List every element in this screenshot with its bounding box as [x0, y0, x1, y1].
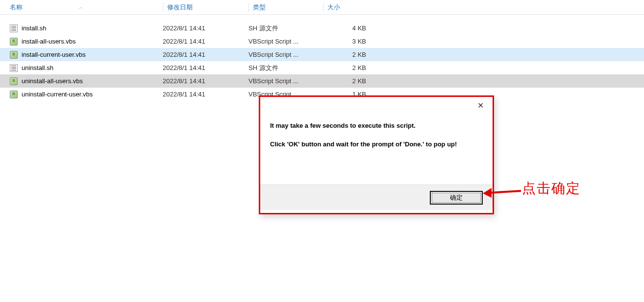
- file-date-cell: 2022/8/1 14:41: [163, 77, 248, 85]
- column-label: 修改日期: [167, 3, 193, 12]
- sh-file-icon: [10, 64, 18, 72]
- file-size-cell: 3 KB: [323, 38, 374, 45]
- file-date-cell: 2022/8/1 14:41: [163, 24, 248, 32]
- file-name-cell: uninstall-all-users.vbs: [10, 77, 163, 85]
- file-type-cell: VBScript Script ...: [248, 38, 323, 45]
- vbs-file-icon: [10, 51, 18, 59]
- column-header-size[interactable]: 大小: [323, 3, 374, 12]
- file-name-cell: uninstall-current-user.vbs: [10, 91, 163, 98]
- svg-marker-1: [483, 188, 492, 198]
- file-row[interactable]: install.sh2022/8/1 14:41SH 源文件4 KB: [0, 22, 644, 35]
- file-type-cell: VBScript Script ...: [248, 77, 323, 85]
- file-name-text: uninstall.sh: [22, 64, 53, 71]
- file-type-cell: SH 源文件: [248, 64, 323, 72]
- file-name-text: uninstall-all-users.vbs: [22, 77, 83, 85]
- file-name-cell: install-all-users.vbs: [10, 38, 163, 46]
- svg-line-0: [489, 191, 521, 193]
- vbs-file-icon: [10, 91, 18, 98]
- file-date-cell: 2022/8/1 14:41: [163, 64, 248, 71]
- vbs-file-icon: [10, 77, 18, 85]
- file-row[interactable]: uninstall.sh2022/8/1 14:41SH 源文件2 KB: [0, 61, 644, 74]
- dialog-footer: 确定: [260, 185, 493, 210]
- file-date-cell: 2022/8/1 14:41: [163, 38, 248, 45]
- file-type-cell: VBScript Script ...: [248, 51, 323, 58]
- column-header-name[interactable]: 名称 ︿: [10, 3, 163, 12]
- column-header-row: 名称 ︿ 修改日期 类型 大小: [0, 0, 644, 15]
- file-name-text: install.sh: [22, 24, 47, 32]
- file-name-cell: install-current-user.vbs: [10, 51, 163, 59]
- annotation-callout: 点击确定: [522, 179, 581, 198]
- file-name-text: install-all-users.vbs: [22, 38, 76, 45]
- dialog-body: It may take a few seconds to execute thi…: [260, 114, 493, 185]
- file-size-cell: 4 KB: [323, 24, 374, 32]
- annotation-arrow-icon: [483, 181, 522, 201]
- file-name-text: uninstall-current-user.vbs: [22, 91, 93, 98]
- file-row[interactable]: install-current-user.vbs2022/8/1 14:41VB…: [0, 48, 644, 61]
- message-dialog: ✕ It may take a few seconds to execute t…: [259, 95, 494, 214]
- file-date-cell: 2022/8/1 14:41: [163, 91, 248, 98]
- close-icon[interactable]: ✕: [474, 100, 487, 111]
- dialog-text-line1: It may take a few seconds to execute thi…: [270, 121, 483, 130]
- file-name-cell: uninstall.sh: [10, 64, 163, 72]
- column-label: 大小: [327, 3, 340, 12]
- file-size-cell: 2 KB: [323, 51, 374, 58]
- column-header-date[interactable]: 修改日期: [163, 3, 248, 12]
- file-size-cell: 2 KB: [323, 77, 374, 85]
- ok-button[interactable]: 确定: [430, 191, 483, 205]
- file-list: install.sh2022/8/1 14:41SH 源文件4 KBinstal…: [0, 15, 644, 101]
- dialog-text-line2: Click 'OK' button and wait for the promp…: [270, 140, 483, 149]
- column-label: 类型: [253, 3, 266, 12]
- sh-file-icon: [10, 24, 18, 32]
- file-row[interactable]: install-all-users.vbs2022/8/1 14:41VBScr…: [0, 35, 644, 48]
- file-name-text: install-current-user.vbs: [22, 51, 86, 58]
- file-size-cell: 2 KB: [323, 64, 374, 71]
- file-name-cell: install.sh: [10, 24, 163, 32]
- column-label: 名称: [10, 3, 23, 12]
- file-type-cell: SH 源文件: [248, 24, 323, 33]
- file-row[interactable]: uninstall-all-users.vbs2022/8/1 14:41VBS…: [0, 74, 644, 88]
- column-header-type[interactable]: 类型: [248, 3, 323, 12]
- file-date-cell: 2022/8/1 14:41: [163, 51, 248, 58]
- vbs-file-icon: [10, 38, 18, 46]
- sort-ascending-icon: ︿: [78, 4, 83, 11]
- dialog-titlebar: ✕: [260, 97, 493, 114]
